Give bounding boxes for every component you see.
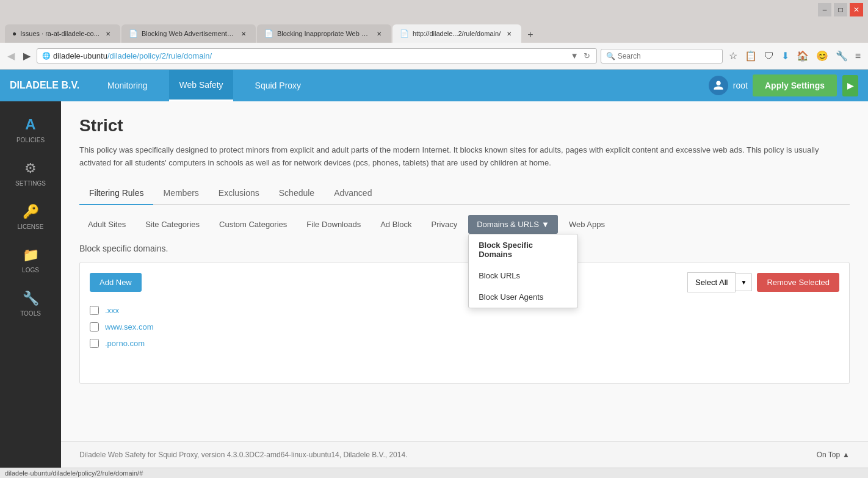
dropdown-block-user-agents[interactable]: Block User Agents bbox=[469, 286, 577, 308]
sidebar-item-settings[interactable]: ⚙ Settings bbox=[0, 152, 61, 195]
close-button[interactable]: ✕ bbox=[850, 3, 863, 16]
add-new-button[interactable]: Add New bbox=[90, 273, 142, 292]
reload-button[interactable]: ↻ bbox=[582, 51, 591, 60]
tab-close-3[interactable]: ✕ bbox=[374, 29, 384, 38]
url-box[interactable]: 🌐 diladele-ubuntu/diladele/policy/2/rule… bbox=[37, 48, 597, 63]
back-button[interactable]: ◀ bbox=[5, 48, 17, 64]
tools-icon: 🔧 bbox=[23, 291, 39, 306]
home-button[interactable]: 🏠 bbox=[794, 48, 811, 64]
sidebar: A Policies ⚙ Settings 🔑 License 📁 Logs 🔧… bbox=[0, 101, 61, 468]
browser-tab-2[interactable]: 📄 Blocking Web Advertisements... ✕ bbox=[121, 24, 256, 43]
section-label: Block specific domains. bbox=[79, 244, 850, 253]
tab-label-3: Blocking Inappropriate Web S... bbox=[277, 30, 371, 37]
tab-label-2: Blocking Web Advertisements... bbox=[142, 30, 235, 37]
sidebar-item-tools[interactable]: 🔧 Tools bbox=[0, 282, 61, 325]
tab-members[interactable]: Members bbox=[153, 182, 208, 205]
browser-tab-4[interactable]: 📄 http://diladele...2/rule/domain/ ✕ bbox=[392, 24, 521, 43]
maximize-button[interactable]: □ bbox=[834, 3, 847, 16]
domains-dropdown-container: Domains & URLS ▼ Block Specific Domains … bbox=[468, 215, 558, 234]
browser-window: – □ ✕ ● Issues · ra-at-diladele-co... ✕ … bbox=[0, 0, 868, 478]
main-layout: A Policies ⚙ Settings 🔑 License 📁 Logs 🔧… bbox=[0, 101, 868, 468]
domain-link-1[interactable]: .xxx bbox=[105, 306, 119, 315]
sidebar-item-label-license: License bbox=[18, 223, 44, 230]
dropdown-block-urls[interactable]: Block URLs bbox=[469, 265, 577, 286]
download-button[interactable]: ⬇ bbox=[779, 48, 792, 64]
browser-tab-3[interactable]: 📄 Blocking Inappropriate Web S... ✕ bbox=[257, 24, 391, 43]
domain-checkbox-3[interactable] bbox=[90, 339, 99, 348]
domain-checkbox-1[interactable] bbox=[90, 306, 99, 315]
sub-tab-custom-categories[interactable]: Custom Categories bbox=[211, 215, 295, 234]
select-all-button[interactable]: Select All bbox=[687, 272, 736, 292]
apply-settings-button[interactable]: Apply Settings bbox=[753, 74, 837, 96]
extensions-button[interactable]: 🔧 bbox=[833, 48, 850, 64]
domain-list-box: Add New Select All ▼ Remove Selected .xx… bbox=[79, 262, 850, 384]
search-input[interactable] bbox=[618, 52, 717, 60]
sidebar-item-label-logs: Logs bbox=[22, 267, 39, 273]
sidebar-item-logs[interactable]: 📁 Logs bbox=[0, 239, 61, 282]
tab-filtering-rules[interactable]: Filtering Rules bbox=[79, 182, 153, 205]
profile-button[interactable]: 😊 bbox=[814, 48, 831, 64]
arrow-up-icon: ▲ bbox=[842, 451, 850, 459]
domain-list-header: Add New Select All ▼ Remove Selected bbox=[90, 272, 839, 292]
page-description: This policy was specifically designed to… bbox=[79, 144, 850, 170]
tab-schedule[interactable]: Schedule bbox=[269, 182, 324, 205]
brand-logo: DILADELE B.V. bbox=[10, 80, 79, 91]
domain-link-3[interactable]: .porno.com bbox=[105, 339, 145, 348]
sub-tab-privacy[interactable]: Privacy bbox=[423, 215, 466, 234]
tab-close-2[interactable]: ✕ bbox=[239, 29, 248, 38]
content-area: Strict This policy was specifically desi… bbox=[61, 101, 868, 468]
clipboard-button[interactable]: 📋 bbox=[742, 48, 759, 64]
url-dropdown-button[interactable]: ▼ bbox=[569, 51, 579, 60]
sub-tabs: Adult Sites Site Categories Custom Categ… bbox=[79, 215, 850, 234]
tab-close-1[interactable]: ✕ bbox=[103, 29, 113, 38]
address-bar: ◀ ▶ 🌐 diladele-ubuntu/diladele/policy/2/… bbox=[0, 43, 868, 70]
apply-settings-arrow-button[interactable]: ▶ bbox=[842, 75, 858, 96]
menu-button[interactable]: ≡ bbox=[853, 48, 863, 64]
tab-favicon-2: 📄 bbox=[129, 29, 138, 38]
sidebar-item-policies[interactable]: A Policies bbox=[0, 107, 61, 152]
domain-checkbox-2[interactable] bbox=[90, 322, 99, 331]
url-host: diladele-ubuntu bbox=[53, 51, 107, 60]
remove-selected-button[interactable]: Remove Selected bbox=[757, 273, 839, 292]
minimize-button[interactable]: – bbox=[818, 3, 831, 16]
search-box[interactable]: 🔍 bbox=[601, 49, 723, 63]
tab-advanced[interactable]: Advanced bbox=[324, 182, 382, 205]
bookmarks-button[interactable]: ☆ bbox=[726, 48, 740, 64]
forward-button[interactable]: ▶ bbox=[21, 48, 33, 64]
policies-icon: A bbox=[25, 116, 35, 133]
on-top-link[interactable]: On Top ▲ bbox=[817, 451, 850, 459]
nav-monitoring[interactable]: Monitoring bbox=[98, 71, 157, 100]
sidebar-item-label-settings: Settings bbox=[15, 180, 46, 187]
username-label: root bbox=[733, 81, 748, 90]
on-top-label: On Top bbox=[817, 451, 840, 459]
browser-tab-1[interactable]: ● Issues · ra-at-diladele-co... ✕ bbox=[5, 24, 120, 43]
toolbar-icons: ☆ 📋 🛡 ⬇ 🏠 😊 🔧 ≡ bbox=[726, 48, 863, 64]
footer-text: Diladele Web Safety for Squid Proxy, ver… bbox=[79, 451, 407, 459]
sidebar-item-license[interactable]: 🔑 License bbox=[0, 195, 61, 239]
domains-label: Domains & URLS bbox=[477, 220, 539, 229]
sub-tab-site-categories[interactable]: Site Categories bbox=[137, 215, 208, 234]
shield-button[interactable]: 🛡 bbox=[762, 48, 776, 64]
nav-web-safety[interactable]: Web Safety bbox=[169, 70, 233, 101]
dropdown-block-specific-domains[interactable]: Block Specific Domains bbox=[469, 234, 577, 265]
chevron-down-icon: ▼ bbox=[541, 220, 549, 229]
select-dropdown-button[interactable]: ▼ bbox=[736, 273, 752, 291]
sub-tab-adult-sites[interactable]: Adult Sites bbox=[79, 215, 134, 234]
sub-tab-web-apps[interactable]: Web Apps bbox=[560, 215, 613, 234]
nav-squid-proxy[interactable]: Squid Proxy bbox=[245, 71, 311, 100]
sub-tab-domains-button[interactable]: Domains & URLS ▼ bbox=[468, 215, 558, 234]
url-text: diladele-ubuntu/diladele/policy/2/rule/d… bbox=[53, 51, 566, 60]
domain-link-2[interactable]: www.sex.com bbox=[105, 322, 153, 331]
title-bar: – □ ✕ bbox=[0, 0, 868, 20]
sub-tab-file-downloads[interactable]: File Downloads bbox=[298, 215, 369, 234]
new-tab-button[interactable]: + bbox=[523, 27, 538, 43]
user-avatar bbox=[709, 76, 728, 95]
tab-exclusions[interactable]: Exclusions bbox=[209, 182, 269, 205]
app-header: DILADELE B.V. Monitoring Web Safety Squi… bbox=[0, 70, 868, 101]
domain-item-3: .porno.com bbox=[90, 335, 839, 352]
tab-close-4[interactable]: ✕ bbox=[504, 29, 514, 38]
page-footer: Diladele Web Safety for Squid Proxy, ver… bbox=[61, 441, 868, 468]
sub-tab-ad-block[interactable]: Ad Block bbox=[372, 215, 420, 234]
domains-dropdown-menu: Block Specific Domains Block URLs Block … bbox=[468, 234, 578, 308]
header-right: root Apply Settings ▶ bbox=[709, 74, 858, 96]
